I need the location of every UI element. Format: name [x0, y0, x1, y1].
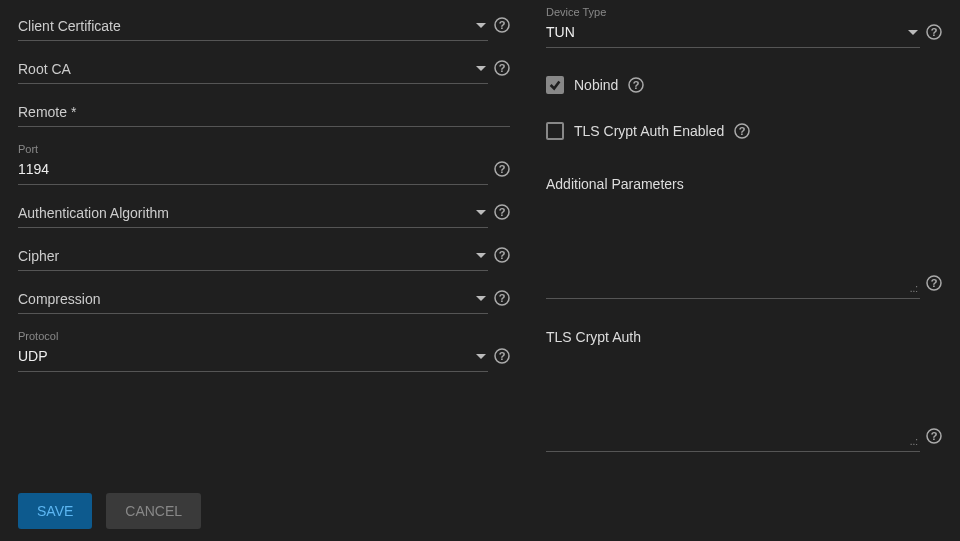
form-container: Client Certificate ? Root CA ? Remote *	[0, 0, 960, 493]
chevron-down-icon	[476, 253, 486, 258]
svg-text:?: ?	[499, 206, 506, 218]
port-input[interactable]: Port 1194	[18, 145, 488, 185]
compression-label: Compression	[18, 285, 470, 313]
nobind-row: Nobind ?	[546, 76, 942, 94]
help-icon[interactable]: ?	[494, 17, 510, 33]
save-button[interactable]: SAVE	[18, 493, 92, 529]
tls-crypt-enabled-row: TLS Crypt Auth Enabled ?	[546, 122, 942, 140]
nobind-checkbox[interactable]	[546, 76, 564, 94]
nobind-label: Nobind	[574, 77, 618, 93]
svg-text:?: ?	[931, 277, 938, 289]
port-label: Port	[18, 143, 38, 155]
svg-text:?: ?	[499, 62, 506, 74]
protocol-label: Protocol	[18, 330, 58, 342]
root-ca-field: Root CA ?	[18, 55, 510, 84]
port-value: 1194	[18, 145, 488, 184]
tls-crypt-enabled-checkbox[interactable]	[546, 122, 564, 140]
chevron-down-icon	[476, 23, 486, 28]
help-icon[interactable]: ?	[628, 77, 644, 93]
svg-text:?: ?	[931, 430, 938, 442]
additional-parameters-label: Additional Parameters	[546, 176, 942, 192]
right-column: Device Type TUN ? Nobind ? TLS Crypt Aut…	[546, 12, 942, 475]
cipher-select[interactable]: Cipher	[18, 242, 488, 271]
svg-text:?: ?	[499, 163, 506, 175]
help-icon[interactable]: ?	[926, 428, 942, 444]
help-icon[interactable]: ?	[734, 123, 750, 139]
chevron-down-icon	[476, 354, 486, 359]
svg-text:?: ?	[739, 125, 746, 137]
footer: SAVE CANCEL	[0, 493, 960, 541]
remote-field: Remote *	[18, 98, 510, 127]
chevron-down-icon	[908, 30, 918, 35]
svg-text:?: ?	[499, 249, 506, 261]
protocol-select[interactable]: Protocol UDP	[18, 332, 488, 372]
remote-input[interactable]: Remote *	[18, 98, 510, 127]
root-ca-select[interactable]: Root CA	[18, 55, 488, 84]
protocol-value: UDP	[18, 332, 470, 371]
help-icon[interactable]: ?	[494, 247, 510, 263]
compression-field: Compression ?	[18, 285, 510, 314]
svg-text:?: ?	[499, 19, 506, 31]
help-icon[interactable]: ?	[494, 290, 510, 306]
remote-label: Remote *	[18, 98, 510, 126]
auth-algorithm-select[interactable]: Authentication Algorithm	[18, 199, 488, 228]
svg-text:?: ?	[499, 292, 506, 304]
resize-handle-icon[interactable]: ..:	[910, 436, 918, 447]
help-icon[interactable]: ?	[494, 348, 510, 364]
tls-crypt-enabled-label: TLS Crypt Auth Enabled	[574, 123, 724, 139]
root-ca-label: Root CA	[18, 55, 470, 83]
svg-text:?: ?	[633, 79, 640, 91]
client-certificate-label: Client Certificate	[18, 12, 470, 40]
chevron-down-icon	[476, 66, 486, 71]
client-certificate-field: Client Certificate ?	[18, 12, 510, 41]
cancel-button[interactable]: CANCEL	[106, 493, 201, 529]
help-icon[interactable]: ?	[494, 60, 510, 76]
help-icon[interactable]: ?	[494, 161, 510, 177]
cipher-label: Cipher	[18, 242, 470, 270]
device-type-label: Device Type	[546, 6, 606, 18]
svg-text:?: ?	[499, 350, 506, 362]
auth-algorithm-label: Authentication Algorithm	[18, 199, 470, 227]
help-icon[interactable]: ?	[926, 275, 942, 291]
client-certificate-select[interactable]: Client Certificate	[18, 12, 488, 41]
port-field: Port 1194 ?	[18, 145, 510, 185]
left-column: Client Certificate ? Root CA ? Remote *	[18, 12, 510, 475]
chevron-down-icon	[476, 296, 486, 301]
cipher-field: Cipher ?	[18, 242, 510, 271]
svg-text:?: ?	[931, 26, 938, 38]
device-type-field: Device Type TUN ?	[546, 8, 942, 48]
compression-select[interactable]: Compression	[18, 285, 488, 314]
tls-crypt-auth-label: TLS Crypt Auth	[546, 329, 942, 345]
auth-algorithm-field: Authentication Algorithm ?	[18, 199, 510, 228]
additional-parameters-textarea[interactable]: ..:	[546, 200, 920, 299]
help-icon[interactable]: ?	[494, 204, 510, 220]
protocol-field: Protocol UDP ?	[18, 332, 510, 372]
chevron-down-icon	[476, 210, 486, 215]
help-icon[interactable]: ?	[926, 24, 942, 40]
device-type-select[interactable]: Device Type TUN	[546, 8, 920, 48]
tls-crypt-auth-textarea[interactable]: ..:	[546, 353, 920, 452]
resize-handle-icon[interactable]: ..:	[910, 283, 918, 294]
